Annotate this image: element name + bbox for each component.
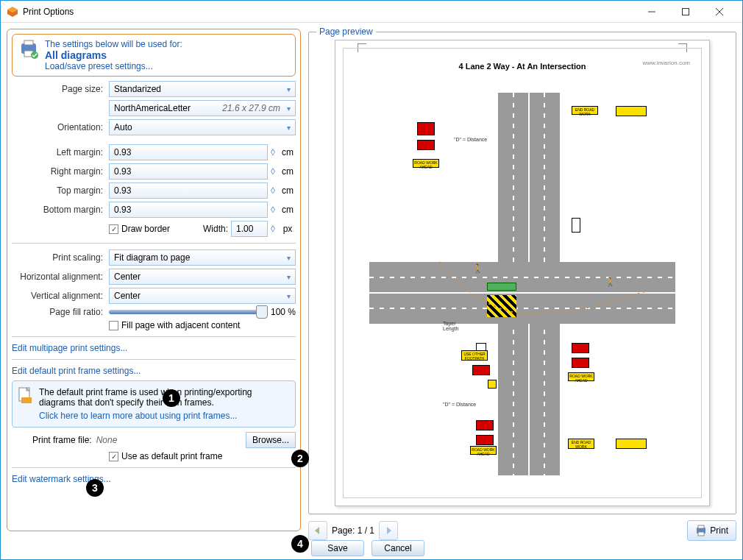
page-size-select[interactable]: Standarized bbox=[109, 81, 296, 97]
sign-end-roadwork: END ROAD WORK bbox=[568, 439, 594, 449]
border-width-label: Width: bbox=[203, 224, 228, 234]
multipage-link[interactable]: Edit multipage print settings... bbox=[12, 343, 296, 353]
fill-adjacent-label: Fill page with adjacent content bbox=[121, 320, 240, 330]
header-line1: The settings below will be used for: bbox=[45, 39, 182, 49]
spinner-icon[interactable]: ◊ bbox=[271, 205, 277, 215]
svg-rect-1 bbox=[683, 8, 689, 15]
sign-red bbox=[476, 420, 494, 430]
arrow-right-icon bbox=[384, 526, 393, 535]
left-margin-label: Left margin: bbox=[12, 147, 106, 157]
sign-road-work: ROAD WORK AHEAD bbox=[470, 446, 497, 455]
use-default-frame-checkbox[interactable]: ✓ bbox=[109, 452, 118, 461]
top-margin-input[interactable]: 0.93 bbox=[109, 182, 268, 199]
frame-info-box: The default print frame is used when pri… bbox=[12, 380, 296, 428]
left-margin-input[interactable]: 0.93 bbox=[109, 144, 268, 160]
settings-panel: The settings below will be used for: All… bbox=[7, 29, 301, 531]
minimize-button[interactable] bbox=[635, 1, 669, 22]
fill-ratio-slider[interactable] bbox=[109, 310, 265, 314]
sign-prepare-stop bbox=[417, 122, 435, 135]
halign-label: Horizontal alignment: bbox=[12, 272, 106, 282]
spinner-icon[interactable]: ◊ bbox=[271, 185, 277, 196]
page-size-label: Page size: bbox=[12, 84, 106, 94]
sign-road-work: ROAD WORK AHEAD bbox=[413, 159, 439, 168]
annotation-marker-4: 4 bbox=[291, 535, 309, 553]
spinner-icon[interactable]: ◊ bbox=[271, 166, 277, 177]
orientation-label: Orientation: bbox=[12, 122, 106, 132]
print-button[interactable]: Print bbox=[687, 520, 736, 541]
preview-page: www.invarion.com 4 Lane 2 Way - At An In… bbox=[335, 40, 710, 506]
cancel-button[interactable]: Cancel bbox=[372, 540, 424, 556]
printer-icon bbox=[695, 525, 707, 536]
titlebar: Print Options bbox=[1, 1, 742, 23]
fill-adjacent-checkbox[interactable] bbox=[109, 321, 118, 330]
arrow-left-icon bbox=[313, 526, 322, 535]
svg-rect-9 bbox=[21, 397, 32, 403]
learn-more-link[interactable]: Click here to learn more about using pri… bbox=[39, 411, 237, 421]
border-width-input[interactable]: 1.00 bbox=[231, 221, 268, 237]
sign-red bbox=[417, 140, 435, 150]
valign-select[interactable]: Center bbox=[109, 288, 296, 304]
watermark-text: www.invarion.com bbox=[643, 60, 690, 66]
orientation-select[interactable]: Auto bbox=[109, 119, 296, 135]
load-save-link[interactable]: Load/save preset settings... bbox=[45, 61, 153, 71]
frame-file-value: None bbox=[96, 435, 118, 445]
spinner-icon[interactable]: ◊ bbox=[271, 147, 277, 157]
app-icon bbox=[7, 6, 18, 18]
sign-road-work: ROAD WORK AHEAD bbox=[568, 372, 594, 381]
page-format-select[interactable]: NorthAmericaLetter 21.6 x 27.9 cm bbox=[109, 100, 296, 116]
sign-red bbox=[572, 358, 589, 368]
sign-white bbox=[572, 218, 580, 233]
sign-end-roadwork: END ROAD WORK bbox=[572, 106, 598, 115]
top-margin-label: Top margin: bbox=[12, 185, 106, 196]
preview-legend: Page preview bbox=[316, 26, 376, 37]
sign-red bbox=[476, 435, 494, 445]
sign-diamond bbox=[488, 380, 497, 389]
svg-rect-12 bbox=[698, 532, 704, 536]
annotation-marker-3: 3 bbox=[86, 479, 104, 497]
bottom-margin-input[interactable]: 0.93 bbox=[109, 202, 268, 218]
browse-button[interactable]: Browse... bbox=[246, 432, 296, 448]
sign-merge bbox=[616, 106, 647, 116]
valign-label: Vertical alignment: bbox=[12, 291, 106, 301]
maximize-button[interactable] bbox=[669, 1, 703, 22]
preview-panel: Page preview www.invarion.com 4 Lane 2 W… bbox=[308, 29, 736, 531]
use-default-frame-label: Use as default print frame bbox=[121, 451, 222, 461]
printer-icon bbox=[18, 39, 39, 60]
sign-footpath: USE OTHER FOOTPATH bbox=[461, 350, 488, 361]
next-page-button[interactable] bbox=[379, 521, 398, 540]
sign-red bbox=[572, 343, 589, 353]
default-frame-link[interactable]: Edit default print frame settings... bbox=[12, 366, 296, 376]
bottom-margin-label: Bottom margin: bbox=[12, 205, 106, 215]
sign-red bbox=[472, 365, 490, 375]
document-icon bbox=[18, 387, 33, 405]
window-title: Print Options bbox=[23, 7, 635, 17]
spinner-icon[interactable]: ◊ bbox=[271, 224, 277, 234]
annotation-marker-2: 2 bbox=[291, 450, 309, 467]
watermark-link[interactable]: Edit watermark settings... bbox=[12, 474, 296, 484]
sign-merge bbox=[616, 439, 647, 449]
draw-border-label: Draw border bbox=[121, 224, 170, 234]
print-scaling-label: Print scaling: bbox=[12, 252, 106, 263]
page-indicator: Page: 1 / 1 bbox=[332, 525, 374, 536]
svg-rect-5 bbox=[24, 40, 33, 45]
halign-select[interactable]: Center bbox=[109, 269, 296, 285]
print-scaling-select[interactable]: Fit diagram to page bbox=[109, 249, 296, 266]
right-margin-label: Right margin: bbox=[12, 166, 106, 177]
fill-ratio-value: 100 % bbox=[271, 307, 296, 317]
prev-page-button[interactable] bbox=[308, 521, 327, 540]
close-button[interactable] bbox=[703, 1, 736, 22]
cone-path bbox=[439, 262, 645, 328]
frame-file-label: Print frame file: bbox=[32, 435, 92, 445]
header-box: The settings below will be used for: All… bbox=[12, 34, 296, 77]
header-line2: All diagrams bbox=[45, 49, 182, 61]
fill-ratio-label: Page fill ratio: bbox=[12, 307, 106, 317]
svg-rect-11 bbox=[698, 525, 704, 528]
annotation-marker-1: 1 bbox=[163, 389, 180, 407]
draw-border-checkbox[interactable]: ✓ bbox=[109, 224, 118, 234]
save-button[interactable]: Save bbox=[311, 540, 364, 556]
right-margin-input[interactable]: 0.93 bbox=[109, 163, 268, 180]
